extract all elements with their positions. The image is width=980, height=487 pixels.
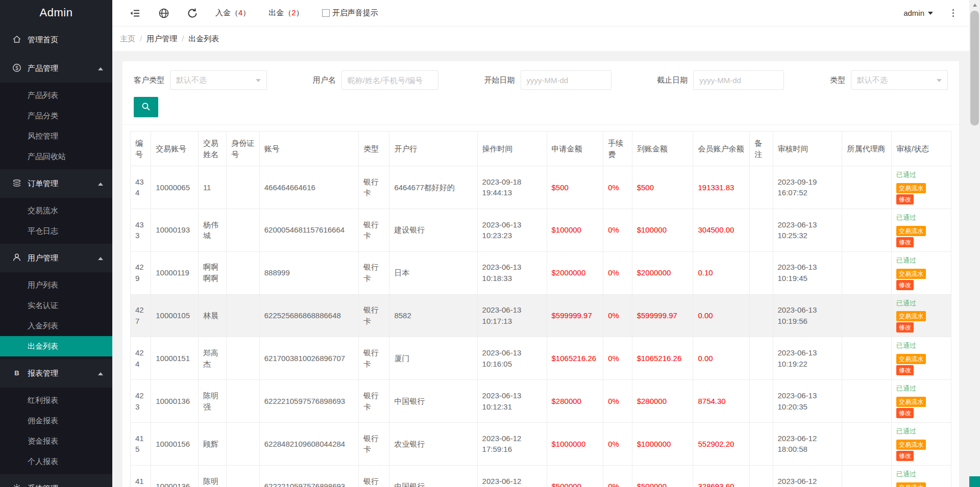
- trade-flow-button[interactable]: 交易流水: [896, 482, 926, 487]
- status-cell: 已通过交易流水修改: [892, 251, 951, 294]
- cell: [750, 209, 773, 251]
- sidebar-item-product-category[interactable]: 产品分类: [0, 106, 112, 126]
- cell: 328693.60: [693, 465, 750, 487]
- sidebar-item-product[interactable]: $产品管理: [0, 54, 112, 83]
- cell: 2023-06-13 10:19:56: [773, 294, 842, 337]
- sidebar-item-commission-report[interactable]: 佣金报表: [0, 411, 112, 431]
- collapse-menu-icon[interactable]: [130, 8, 141, 19]
- sidebar-item-risk-control[interactable]: 风控管理: [0, 126, 112, 146]
- layers-icon: [12, 171, 21, 180]
- sidebar-item-user[interactable]: 用户管理: [0, 244, 112, 272]
- user-menu[interactable]: admin: [903, 9, 933, 17]
- cell: 424: [131, 337, 151, 380]
- column-header-2: 交易姓名: [198, 132, 226, 166]
- status-badge: 已通过: [896, 341, 946, 351]
- cell: $1000000: [632, 423, 693, 466]
- username-input[interactable]: [341, 70, 438, 90]
- sidebar-item-dividend-report[interactable]: 红利报表: [0, 390, 112, 411]
- cell: $280000: [547, 380, 603, 423]
- cell: 中国银行: [389, 465, 477, 487]
- scrollbar-thumb[interactable]: [970, 11, 979, 125]
- withdraw-link[interactable]: 出金（2）: [268, 8, 303, 18]
- trade-flow-button[interactable]: 交易流水: [896, 397, 926, 407]
- sound-alert-checkbox[interactable]: 开启声音提示: [322, 8, 378, 18]
- sidebar-item-product-recycle[interactable]: 产品回收站: [0, 146, 112, 167]
- cell: 0%: [603, 337, 632, 380]
- trade-flow-button[interactable]: 交易流水: [896, 226, 926, 236]
- start-date-input[interactable]: [521, 70, 611, 90]
- sidebar-item-system[interactable]: 系统管理: [0, 474, 112, 487]
- sidebar-item-report[interactable]: B报表管理: [0, 359, 112, 388]
- refresh-icon[interactable]: [187, 8, 198, 19]
- cell: 552902.20: [693, 423, 750, 466]
- cell: $2000000: [632, 251, 693, 294]
- breadcrumb-item-1[interactable]: 用户管理: [146, 34, 177, 43]
- cell: $1065216.26: [547, 337, 603, 380]
- customer-type-select[interactable]: 默认不选: [170, 70, 267, 90]
- column-header-15: 审核/状态: [892, 132, 951, 166]
- edit-button[interactable]: 修改: [896, 451, 914, 461]
- status-cell: 已通过交易流水修改: [892, 423, 951, 466]
- deposit-link[interactable]: 入金（4）: [215, 8, 250, 18]
- cell: [750, 423, 773, 466]
- cell: 304500.00: [693, 209, 750, 251]
- table-row: 42310000136陈明强6222210597576898693银行卡中国银行…: [131, 380, 951, 423]
- cell: 啊啊啊啊: [198, 251, 226, 294]
- scrollbar[interactable]: [969, 0, 980, 487]
- cell: [842, 294, 892, 337]
- sidebar-item-dashboard[interactable]: 管理首页: [0, 25, 112, 54]
- cell: 888999: [259, 251, 358, 294]
- globe-icon[interactable]: [158, 8, 169, 19]
- cell: [227, 337, 259, 380]
- edit-button[interactable]: 修改: [896, 365, 914, 375]
- cell: [842, 423, 892, 466]
- edit-button[interactable]: 修改: [896, 280, 914, 290]
- cell: $280000: [632, 380, 693, 423]
- edit-button[interactable]: 修改: [896, 322, 914, 332]
- sidebar-item-personal-report[interactable]: 个人报表: [0, 451, 112, 472]
- sidebar-item-real-name-auth[interactable]: 实名认证: [0, 295, 112, 316]
- cell: [227, 166, 259, 209]
- cell: 10000105: [151, 294, 199, 337]
- trade-flow-button[interactable]: 交易流水: [896, 440, 926, 450]
- sidebar-item-funds-report[interactable]: 资金报表: [0, 431, 112, 451]
- cell: 2023-06-12 17:57:25: [477, 465, 547, 487]
- search-button[interactable]: [134, 97, 158, 117]
- sidebar-item-deposit-list[interactable]: 入金列表: [0, 316, 112, 336]
- status-badge: 已通过: [896, 470, 946, 479]
- column-header-0: 编号: [131, 132, 151, 166]
- edit-button[interactable]: 修改: [896, 408, 914, 418]
- status-cell: 已通过交易流水修改: [892, 337, 951, 380]
- submenu-report: 红利报表佣金报表资金报表个人报表: [0, 388, 112, 474]
- cell: 6217003810026896707: [259, 337, 358, 380]
- breadcrumb-item-2: 出金列表: [188, 34, 219, 43]
- edit-button[interactable]: 修改: [896, 194, 914, 204]
- trade-flow-button[interactable]: 交易流水: [896, 269, 926, 279]
- sidebar-item-order[interactable]: 订单管理: [0, 169, 112, 198]
- checkbox-box[interactable]: [322, 9, 330, 17]
- cell: [227, 423, 259, 466]
- sidebar-item-product-list[interactable]: 产品列表: [0, 85, 112, 106]
- type-select[interactable]: 默认不选: [851, 70, 948, 90]
- cell: 0%: [603, 380, 632, 423]
- more-menu-icon[interactable]: [950, 7, 956, 19]
- trade-flow-button[interactable]: 交易流水: [896, 183, 926, 193]
- edit-button[interactable]: 修改: [896, 237, 914, 247]
- status-badge: 已通过: [896, 170, 946, 180]
- search-icon: [141, 102, 151, 113]
- sidebar-item-withdraw-list[interactable]: 出金列表: [0, 336, 112, 356]
- sidebar-item-trade-flow[interactable]: 交易流水: [0, 200, 112, 221]
- home-icon: [12, 27, 21, 36]
- end-date-input[interactable]: [693, 70, 784, 90]
- scrollbar-up-arrow[interactable]: [969, 0, 980, 10]
- submenu-order: 交易流水平仓日志: [0, 198, 112, 244]
- cell: $100000: [547, 209, 603, 251]
- breadcrumb-item-0[interactable]: 主页: [120, 34, 135, 43]
- sidebar-item-close-log[interactable]: 平仓日志: [0, 221, 112, 241]
- trade-flow-button[interactable]: 交易流水: [896, 354, 926, 364]
- cell: 0.00: [693, 337, 750, 380]
- sidebar-item-user-list[interactable]: 用户列表: [0, 275, 112, 295]
- trade-flow-button[interactable]: 交易流水: [896, 311, 926, 321]
- chevron-up-icon: [98, 183, 103, 186]
- cell: [750, 337, 773, 380]
